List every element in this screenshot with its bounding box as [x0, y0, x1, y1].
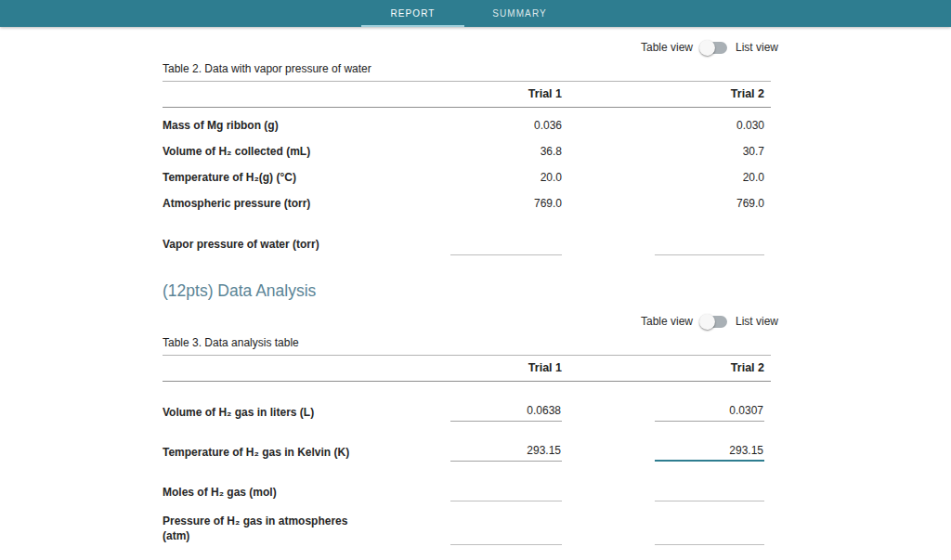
row-label: Volume of H₂ collected (mL)	[163, 144, 450, 159]
trial1-value: 36.8	[450, 145, 562, 158]
moles-trial2-input[interactable]	[655, 482, 764, 501]
table2-col-trial1: Trial 1	[450, 87, 562, 100]
report-content: Table view List view Table 2. Data with …	[0, 27, 951, 560]
vapor-pressure-trial1-input[interactable]	[450, 236, 562, 255]
trial2-value: 30.7	[655, 145, 764, 158]
table-list-view-toggle[interactable]	[701, 42, 727, 54]
tab-report-label: REPORT	[390, 8, 435, 19]
row-label: Mass of Mg ribbon (g)	[163, 118, 450, 133]
table-row: Mass of Mg ribbon (g) 0.036 0.030	[163, 108, 771, 134]
table-row: Temperature of H₂(g) (°C) 20.0 20.0	[163, 160, 771, 186]
table3-caption: Table 3. Data analysis table	[163, 336, 771, 349]
trial1-value: 0.036	[450, 119, 562, 132]
table-row: Experimental value of R (L·atm/mol·K)	[163, 545, 771, 560]
vapor-pressure-trial2-input[interactable]	[655, 236, 764, 255]
pressure-atm-trial1-input[interactable]	[450, 526, 562, 545]
table-view-label: Table view	[641, 41, 693, 54]
tab-summary[interactable]: SUMMARY	[466, 0, 573, 27]
trial2-value: 0.030	[655, 119, 764, 132]
volume-liters-trial2-input[interactable]	[655, 402, 764, 422]
table-list-view-toggle[interactable]	[701, 316, 727, 328]
table2-header-row: Trial 1 Trial 2	[163, 81, 771, 108]
row-label: Pressure of H₂ gas in atmospheres (atm)	[163, 514, 362, 545]
table-row: Atmospheric pressure (torr) 769.0 769.0	[163, 186, 771, 212]
row-label: Temperature of H₂ gas in Kelvin (K)	[163, 445, 362, 462]
row-label: Vapor pressure of water (torr)	[163, 237, 450, 252]
table3-col-trial1: Trial 1	[450, 361, 562, 374]
trial2-value: 769.0	[655, 197, 764, 210]
tab-report[interactable]: REPORT	[359, 0, 466, 27]
table2-caption: Table 2. Data with vapor pressure of wat…	[163, 62, 771, 75]
app-bar: REPORT SUMMARY	[0, 0, 951, 27]
table3-col-trial2: Trial 2	[655, 361, 764, 374]
list-view-label: List view	[736, 41, 778, 54]
trial1-value: 769.0	[450, 197, 562, 210]
moles-trial1-input[interactable]	[450, 482, 562, 501]
table-view-label: Table view	[641, 315, 693, 328]
table2-col-trial2: Trial 2	[655, 87, 764, 100]
toggle-knob	[699, 40, 715, 56]
view-toggle-row-table2: Table view List view	[163, 27, 778, 62]
table-row: Volume of H₂ collected (mL) 36.8 30.7	[163, 134, 771, 160]
table-row: Vapor pressure of water (torr)	[163, 212, 771, 255]
table-row: Moles of H₂ gas (mol)	[163, 462, 771, 501]
view-toggle-row-table3: Table view List view	[163, 301, 778, 336]
temperature-kelvin-trial1-input[interactable]	[450, 442, 562, 462]
volume-liters-trial1-input[interactable]	[450, 402, 562, 422]
list-view-label: List view	[736, 315, 778, 328]
tab-summary-label: SUMMARY	[492, 8, 547, 19]
row-label: Temperature of H₂(g) (°C)	[163, 170, 450, 185]
section-heading-data-analysis: (12pts) Data Analysis	[163, 281, 771, 301]
table-row: Temperature of H₂ gas in Kelvin (K)	[163, 422, 771, 462]
temperature-kelvin-trial2-input[interactable]	[655, 442, 764, 462]
pressure-atm-trial2-input[interactable]	[655, 526, 764, 545]
toggle-knob	[699, 314, 715, 330]
table-row: Pressure of H₂ gas in atmospheres (atm)	[163, 501, 771, 545]
row-label: Atmospheric pressure (torr)	[163, 196, 450, 211]
tab-bar: REPORT SUMMARY	[359, 0, 573, 27]
table3-header-row: Trial 1 Trial 2	[163, 355, 771, 382]
trial1-value: 20.0	[450, 171, 562, 184]
row-label: Moles of H₂ gas (mol)	[163, 485, 362, 501]
row-label: Volume of H₂ gas in liters (L)	[163, 405, 362, 422]
table-row: Volume of H₂ gas in liters (L)	[163, 382, 771, 422]
trial2-value: 20.0	[655, 171, 764, 184]
